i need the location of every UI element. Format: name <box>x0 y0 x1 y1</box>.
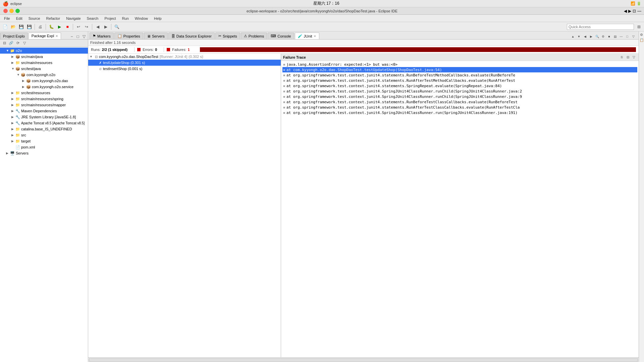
perspective-button[interactable]: ⊞ <box>635 23 643 31</box>
scrollbar-track[interactable] <box>89 358 638 362</box>
tree-item-com-kyyongh-o2o[interactable]: ▼ 📦 com.kyyongh.o2o <box>0 72 88 78</box>
link-editor-btn[interactable]: 🔗 <box>8 40 14 46</box>
tree-item-src-main-resources[interactable]: ▶ 📁 src/main/resources <box>0 60 88 66</box>
nav-back-icon[interactable]: ◀ <box>624 9 627 13</box>
tree-item-tomcat[interactable]: ▶ 🔧 Apache Tomcat v8.5 [Apache Tomcat v8… <box>0 120 88 126</box>
menu-navigate[interactable]: Navigate <box>63 16 83 21</box>
print-button[interactable]: 🖨 <box>37 23 44 31</box>
tree-item-pom[interactable]: 📄 pom.xml <box>0 144 88 150</box>
panel-nav-next[interactable]: ▶ <box>588 34 594 39</box>
trace-line-3[interactable]: ≡ at org.springframework.test.context.ju… <box>282 78 637 83</box>
panel-stop-btn[interactable]: ■ <box>606 34 612 39</box>
panel-settings-btn[interactable]: ⚙ <box>600 34 606 39</box>
tab-package-explorer[interactable]: Package Expl ✕ <box>29 33 61 39</box>
trace-line-0[interactable]: ≡ java.lang.AssertionError: expected:<1>… <box>282 62 637 67</box>
panel-nav-prev[interactable]: ◀ <box>582 34 588 39</box>
tab-project-explorer[interactable]: Project Explo <box>0 33 28 39</box>
window-controls[interactable] <box>3 9 20 13</box>
open-button[interactable]: 📂 <box>9 23 17 31</box>
sidebar-minimize-btn[interactable]: − <box>69 34 74 39</box>
panel-minimize-btn[interactable]: — <box>619 34 624 39</box>
debug-button[interactable]: 🐛 <box>48 23 55 31</box>
sidebar-maximize-btn[interactable]: □ <box>75 34 80 39</box>
menu-window[interactable]: Window <box>132 16 151 21</box>
tab-servers[interactable]: 🖥 Servers <box>144 33 168 39</box>
trace-line-4[interactable]: ≡ at org.springframework.test.context.ju… <box>282 83 637 88</box>
tree-item-com-kyyongh-o2o-service[interactable]: ▶ 📦 com.kyyongh.o2o.service <box>0 84 88 90</box>
tab-properties[interactable]: 📋 Properties <box>114 33 143 39</box>
tree-item-o2o[interactable]: ▼ 📁 o2o <box>0 48 88 54</box>
trace-line-2[interactable]: ≡ at org.springframework.test.context.ju… <box>282 72 637 78</box>
stop-button[interactable]: ■ <box>64 23 71 31</box>
eclipse-label[interactable]: eclipse <box>10 2 22 6</box>
tab-package-explorer-close[interactable]: ✕ <box>55 34 58 38</box>
tab-markers[interactable]: ⚑ Markers <box>90 33 114 39</box>
menu-project[interactable]: Project <box>102 16 118 21</box>
maximize-button[interactable] <box>15 9 20 13</box>
menu-edit[interactable]: Edit <box>13 16 25 21</box>
tree-item-jre[interactable]: ▶ 🔧 JRE System Library [JavaSE-1.8] <box>0 114 88 120</box>
close-button[interactable] <box>3 9 8 13</box>
tree-item-src-main-resources-spring[interactable]: ▶ 📁 src/main/resources/spring <box>0 96 88 102</box>
panel-columns-btn[interactable]: ▤ <box>612 34 618 39</box>
save-button[interactable]: 💾 <box>17 23 25 31</box>
redo-button[interactable]: ↪ <box>83 23 90 31</box>
tree-item-target[interactable]: ▶ 📁 target <box>0 138 88 144</box>
tab-snippets[interactable]: ✂ Snippets <box>215 33 240 39</box>
sync-btn[interactable]: ⟳ <box>15 40 21 46</box>
sidebar-menu-btn[interactable]: ▽ <box>81 34 87 39</box>
undo-button[interactable]: ↩ <box>75 23 82 31</box>
tab-junit-close[interactable]: ✕ <box>314 35 316 38</box>
window-min-icon[interactable]: — <box>637 9 641 13</box>
bottom-scrollbar[interactable] <box>88 357 639 362</box>
collapse-all-btn[interactable]: ⊟ <box>1 40 7 46</box>
tree-item-catalina[interactable]: ▶ 📁 catalina.base_IS_UNDEFINED <box>0 126 88 132</box>
failure-copy-btn[interactable]: ⎘ <box>619 55 625 60</box>
edge-icon-2[interactable]: 📋 <box>639 38 644 42</box>
panel-maximize-btn[interactable]: □ <box>625 34 630 39</box>
test-suite-row[interactable]: ▼ ⊡ com.kyyongh.o2o.dao.ShopDaoTest [Run… <box>88 54 281 60</box>
search-toolbar-button[interactable]: 🔍 <box>113 23 120 31</box>
tab-junit[interactable]: 🧪 JUnit ✕ <box>295 33 319 39</box>
test-item-insert-shop[interactable]: ⊘ testInsertShop (0.001 s) <box>88 66 281 72</box>
tree-item-src-main-java[interactable]: ▶ 📦 src/main/java <box>0 54 88 60</box>
new-button[interactable]: 📄 <box>1 23 9 31</box>
panel-nav-down[interactable]: ▼ <box>576 34 582 39</box>
menu-file[interactable]: File <box>1 16 13 21</box>
tree-item-maven-deps[interactable]: ▶ 🔧 Maven Dependencies <box>0 108 88 114</box>
apple-icon[interactable]: 🍎 <box>3 1 8 6</box>
nav-next-button[interactable]: ▶ <box>102 23 109 31</box>
tree-item-src-test-java[interactable]: ▼ 📦 src/test/java <box>0 66 88 72</box>
run-button[interactable]: ▶ <box>56 23 63 31</box>
trace-line-6[interactable]: ≡ at org.springframework.test.context.ju… <box>282 94 637 99</box>
nav-forward-icon[interactable]: ▶ <box>628 9 631 13</box>
edge-icon-1[interactable]: ⚙ <box>639 32 644 37</box>
tree-item-src-test-resources[interactable]: ▶ 📁 src/test/resources <box>0 90 88 96</box>
window-restore-icon[interactable]: ⊡ <box>633 9 636 13</box>
menu-source[interactable]: Source <box>26 16 43 21</box>
panel-nav-up[interactable]: ▲ <box>570 34 576 39</box>
tree-item-servers[interactable]: ▶ 🖥️ Servers <box>0 150 88 156</box>
trace-line-1[interactable]: ≡ at com.kyyongh.o2o.dao.ShopDaoTest.tes… <box>282 67 637 72</box>
minimize-button[interactable] <box>9 9 14 13</box>
trace-line-9[interactable]: ≡ at org.springframework.test.context.ju… <box>282 110 637 115</box>
trace-line-8[interactable]: ≡ at org.springframework.test.context.ju… <box>282 105 637 110</box>
menu-help[interactable]: Help <box>151 16 164 21</box>
sidebar-menu-btn2[interactable]: ▽ <box>21 40 28 46</box>
test-item-update-shop[interactable]: ✗ testUpdateShop (0.301 s) <box>88 60 281 66</box>
menu-search[interactable]: Search <box>84 16 101 21</box>
tree-item-src-main-resources-mapper[interactable]: ▶ 📁 src/main/resources/mapper <box>0 102 88 108</box>
window-actions[interactable]: ◀ ▶ ⊡ — <box>624 9 641 13</box>
trace-line-7[interactable]: ≡ at org.springframework.test.context.ju… <box>282 99 637 105</box>
nav-prev-button[interactable]: ◀ <box>94 23 101 31</box>
tree-item-com-kyyongh-o2o-dao[interactable]: ▶ 📦 com.kyyongh.o2o.dao <box>0 78 88 84</box>
quick-access-input[interactable] <box>567 24 634 30</box>
tab-console[interactable]: ⌨ Console <box>268 33 294 39</box>
trace-line-5[interactable]: ≡ at org.springframework.test.context.ju… <box>282 88 637 94</box>
failure-menu-btn[interactable]: ▽ <box>631 55 637 60</box>
tab-datasource[interactable]: 🗄 Data Source Explorer <box>168 33 215 39</box>
panel-menu-btn[interactable]: ▽ <box>631 34 636 39</box>
save-all-button[interactable]: 💾 <box>25 23 33 31</box>
panel-search-btn[interactable]: 🔍 <box>594 34 600 39</box>
tab-problems[interactable]: ⚠ Problems <box>241 33 267 39</box>
